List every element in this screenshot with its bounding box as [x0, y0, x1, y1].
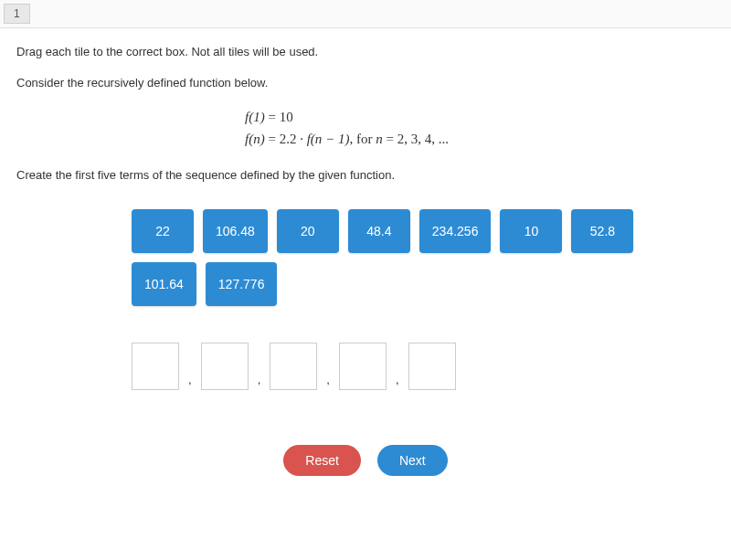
drop-slot-1[interactable]	[132, 343, 179, 390]
button-row: Reset Next	[16, 445, 715, 476]
separator: ,	[188, 373, 192, 386]
next-button[interactable]: Next	[377, 445, 448, 476]
tile[interactable]: 48.4	[348, 209, 410, 253]
drop-target-row: , , , ,	[16, 343, 715, 390]
drop-slot-2[interactable]	[201, 343, 249, 390]
instruction-line-1: Drag each tile to the correct box. Not a…	[16, 43, 715, 61]
math-eq-2: =	[265, 132, 280, 146]
math-definition: f(1) = 10 f(n) = 2.2 · f(n − 1), for n =…	[16, 106, 715, 150]
drop-slot-4[interactable]	[339, 343, 387, 390]
drop-slot-5[interactable]	[408, 343, 456, 390]
math-var-n: n	[376, 132, 383, 146]
math-eq-1: =	[265, 110, 280, 124]
question-number-tab[interactable]: 1	[4, 4, 30, 24]
tiles-container: 22 106.48 20 48.4 234.256 10 52.8 101.64…	[16, 209, 715, 306]
math-tail-2: , for	[349, 132, 376, 146]
instructions-block: Drag each tile to the correct box. Not a…	[16, 43, 715, 91]
separator: ,	[396, 373, 399, 386]
tile[interactable]: 20	[277, 209, 339, 253]
math-mid-2: 2.2 ·	[280, 132, 307, 146]
math-fn-recur: f(n − 1)	[307, 132, 350, 146]
tile[interactable]: 52.8	[571, 209, 633, 253]
instruction-line-2: Consider the recursively defined functio…	[16, 74, 715, 92]
question-content: Drag each tile to the correct box. Not a…	[0, 28, 731, 491]
drop-slot-3[interactable]	[270, 343, 317, 390]
reset-button[interactable]: Reset	[283, 445, 361, 476]
separator: ,	[258, 373, 261, 386]
subprompt: Create the first five terms of the seque…	[16, 168, 715, 182]
tile[interactable]: 234.256	[419, 209, 492, 253]
math-rhs-1: 10	[280, 110, 293, 124]
question-bar: 1	[0, 0, 731, 28]
tile[interactable]: 101.64	[132, 262, 196, 306]
tile[interactable]: 127.776	[206, 262, 278, 306]
math-vals-2: = 2, 3, 4, ...	[383, 132, 449, 146]
tile[interactable]: 106.48	[203, 209, 268, 253]
tile[interactable]: 22	[132, 209, 194, 253]
math-line-2: f(n) = 2.2 · f(n − 1), for n = 2, 3, 4, …	[245, 128, 715, 150]
tile[interactable]: 10	[500, 209, 562, 253]
math-line-1: f(1) = 10	[245, 106, 715, 128]
math-fn-1: f(1)	[245, 110, 265, 124]
separator: ,	[326, 373, 330, 386]
math-fn-2: f(n)	[245, 132, 265, 146]
